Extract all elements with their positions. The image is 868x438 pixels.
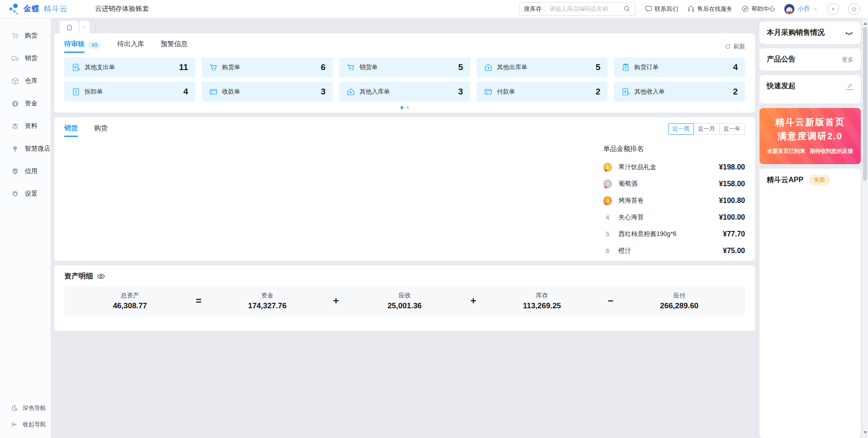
todo-tab[interactable]: 预警信息 [160,40,188,53]
sidebar-item-yen-circle[interactable]: 资金 [0,92,51,115]
sidebar-item-label: 资料 [25,122,38,130]
todo-card-label: 其他收入单 [634,88,665,96]
formula-value: 46,308.77 [96,301,164,311]
period-week-button[interactable]: 近一周 [668,123,694,135]
todo-card[interactable]: 其他入库单 3 [339,82,470,102]
carousel-dot[interactable] [401,106,403,109]
todo-card[interactable]: 其他出库单 5 [476,57,608,77]
sidebar-item-cart[interactable]: 购货 [0,24,51,47]
todo-tab[interactable]: 待审核 49 [64,40,101,53]
rank-medal: 3 [603,196,612,205]
todo-card[interactable]: 付款单 2 [476,82,608,102]
sidebar-item-label: 信用 [25,167,38,175]
workspace-tabstrip [54,18,755,33]
user-menu[interactable]: 小乔 [784,4,818,14]
formula-item: 资金 174,327.76 [233,292,301,311]
scrollbar-thumb[interactable] [863,27,867,181]
sidebar-item-shield[interactable]: 信用 [0,160,51,183]
todo-card[interactable]: 其他收入单 2 [614,82,745,102]
sidebar-item-truck[interactable]: 销货 [0,47,51,70]
search-category[interactable]: 搜库存 [524,5,542,13]
todo-card-label: 付款单 [497,88,515,96]
help-center-link[interactable]: 帮助中心 [741,5,775,13]
search-icon[interactable] [623,5,631,13]
rank-item-amount: ¥75.00 [723,247,745,255]
todo-tab[interactable]: 待出入库 [117,40,144,53]
todo-card[interactable]: 购货单 6 [202,57,333,77]
todo-card-count: 4 [183,87,188,97]
formula-value: 25,001.36 [371,301,439,311]
ranking-row[interactable]: 5 西红柿意粉酱190g*6 ¥77.70 [603,226,745,242]
sidebar-item-layers[interactable]: 资料 [0,115,51,137]
todo-card[interactable]: 拆卸单 4 [64,82,195,102]
todo-card[interactable]: 其他支出单 11 [64,57,195,77]
todo-card-icon [71,63,80,72]
sidebar-footer-item[interactable]: 深色导航 [0,400,51,416]
sidebar-item-label: 智慧微店 [25,145,50,153]
contact-us-link[interactable]: 联系我们 [645,5,678,13]
formula-operator: − [608,295,613,307]
scroll-up-arrow[interactable] [863,20,867,25]
sales-trend-panel: 销货 购货 近一周 近一月 近一年 单品金额排名 [54,117,755,261]
todo-tab-label: 预警信息 [160,40,188,53]
refresh-icon [725,43,731,50]
todo-card-count: 5 [595,62,600,72]
survey-promo-banner[interactable]: 精斗云新版首页 满意度调研2.0 全新首页已到来 期待收到您的反馈 [760,108,861,164]
todo-card-count: 4 [733,62,738,72]
period-toggle: 近一周 近一月 近一年 [668,123,745,135]
todo-card-label: 其他支出单 [85,63,115,71]
announcements-title: 产品公告 [767,55,796,64]
formula-item: 应付 266,289.60 [646,292,713,311]
todo-tab-badge: 49 [88,42,101,49]
avatar[interactable] [784,4,795,14]
eye-closed-icon[interactable] [844,28,854,38]
todo-cards-grid: 其他支出单 11 购货单 6 销货单 5 其他出库单 5 购货订单 4 拆卸单 … [64,57,745,102]
right-rail: 本月采购销售情况 产品公告 更多 快速发起 精斗云新版首页 满意度调研2.0 全… [760,18,862,438]
todo-card-count: 5 [458,62,463,72]
sales-trend-chart [64,138,596,259]
sidebar-footer-item[interactable]: 收起导航 [0,416,51,433]
brand-logo[interactable]: 金蝶 精斗云 [8,3,84,15]
page-scrollbar[interactable] [862,18,868,438]
sidebar-item-bulb[interactable]: 智慧微店 [0,137,51,160]
ranking-row[interactable]: 3 烤海苔卷 ¥100.80 [603,192,745,209]
ranking-row[interactable]: 6 橙汁 ¥75.00 [603,242,745,259]
todo-card[interactable]: 购货订单 4 [614,57,745,77]
quick-actions-panel: 快速发起 [760,75,861,104]
rank-item-amount: ¥100.00 [719,213,745,221]
ranking-row[interactable]: 2 葡萄酒 ¥158.00 [603,175,745,192]
edit-pencil-icon[interactable] [846,83,854,90]
formula-item: 库存 113,269.25 [508,292,576,311]
refresh-button[interactable]: 刷新 [725,42,745,51]
announcements-more-link[interactable]: 更多 [842,56,854,64]
ranking-row[interactable]: 4 夹心海苔 ¥100.00 [603,209,745,226]
scroll-down-arrow[interactable] [863,431,867,436]
sidebar-item-cube[interactable]: 仓库 [0,70,51,92]
carousel-dot[interactable] [406,106,409,109]
todo-card-icon [621,63,630,72]
tab-sales[interactable]: 销货 [64,124,78,137]
toggle-visibility-eye-icon[interactable] [97,272,105,281]
period-year-button[interactable]: 近一年 [719,123,745,135]
app-title: 精斗云APP [767,175,803,185]
todo-card[interactable]: 收款单 3 [202,82,333,102]
back-button[interactable] [827,3,839,15]
tab-purchase[interactable]: 购货 [94,124,108,137]
formula-item: 总资产 46,308.77 [96,292,164,311]
sidebar-item-gear[interactable]: 设置 [0,183,51,205]
rank-item-name: 夹心海苔 [618,213,644,221]
ranking-row[interactable]: 1 果汁饮品礼盒 ¥198.00 [603,159,745,175]
todo-card[interactable]: 销货单 5 [339,57,470,77]
banner-line1: 精斗云新版首页 [764,116,856,128]
inventory-search[interactable]: 搜库存 请输入商品编码或名称 [519,2,636,16]
main-sidebar: 购货 销货 仓库 资金 资料 智慧微店 信用 设置 深色导航 收起导航 [0,18,51,438]
logout-button[interactable] [848,3,860,15]
todo-card-label: 其他出库单 [497,63,528,71]
rank-medal: 2 [603,179,612,188]
user-name[interactable]: 小乔 [797,5,810,13]
home-tab[interactable] [60,21,79,33]
tab-dropdown-button[interactable] [80,21,90,33]
after-sales-service-link[interactable]: 售后在线服务 [687,5,732,13]
period-month-button[interactable]: 近一月 [693,123,720,135]
search-input[interactable]: 请输入商品编码或名称 [549,5,623,13]
